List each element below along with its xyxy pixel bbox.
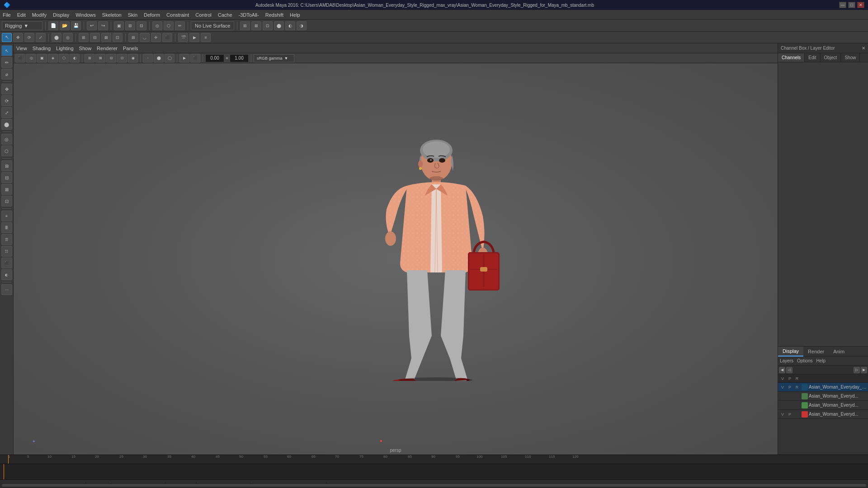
tab-channels[interactable]: Channels bbox=[778, 53, 805, 62]
menu-modify[interactable]: Modify bbox=[32, 12, 47, 18]
undo-button[interactable]: ↩ bbox=[87, 21, 97, 30]
rig-tool-3[interactable]: ⊠ bbox=[101, 33, 111, 42]
layer-p-0[interactable]: P bbox=[786, 385, 793, 389]
save-file-button[interactable]: 💾 bbox=[71, 21, 81, 30]
tool-h[interactable]: ☷ bbox=[1, 246, 12, 257]
layer-prev-button[interactable]: ◀ bbox=[779, 367, 785, 373]
menu-display[interactable]: Display bbox=[53, 12, 69, 18]
layer-tab-anim[interactable]: Anim bbox=[829, 347, 849, 357]
layer-scrollbar[interactable] bbox=[0, 483, 868, 488]
vp-shading-2[interactable]: ⊠ bbox=[95, 54, 105, 63]
menu-deform[interactable]: Deform bbox=[144, 12, 160, 18]
vp-lighting-3[interactable]: ◯ bbox=[165, 54, 175, 63]
snap-grid-button[interactable]: ⊞ bbox=[128, 33, 138, 42]
tool-c[interactable]: ⊠ bbox=[1, 184, 12, 195]
vp-render-1[interactable]: ▶ bbox=[179, 54, 189, 63]
menu-control[interactable]: Control bbox=[195, 12, 211, 18]
layer-v-3[interactable]: V bbox=[779, 412, 786, 417]
tool-f[interactable]: ≣ bbox=[1, 222, 12, 233]
layer-row-2[interactable]: Asian_Woman_Everyd... bbox=[778, 401, 868, 410]
close-button[interactable]: ✕ bbox=[857, 2, 864, 8]
gamma-dropdown[interactable]: sRGB gamma ▼ bbox=[254, 54, 294, 62]
selection-tool[interactable]: ↖ bbox=[1, 45, 12, 56]
scale-tool-button[interactable]: ⤢ bbox=[36, 33, 46, 42]
tool-btn-4[interactable]: ⬤ bbox=[274, 21, 284, 30]
snap-point-button[interactable]: ✛ bbox=[151, 33, 161, 42]
vp-icon-6[interactable]: ◐ bbox=[70, 54, 80, 63]
move-tool-button[interactable]: ✥ bbox=[13, 33, 23, 42]
paint-select-button[interactable]: ✏ bbox=[175, 21, 185, 30]
viewport-menu-panels[interactable]: Panels bbox=[123, 46, 138, 51]
layer-v-0[interactable]: V bbox=[779, 385, 786, 389]
hierarchy-button[interactable]: ⊞ bbox=[125, 21, 135, 30]
menu-help[interactable]: Help bbox=[290, 12, 300, 18]
menu-redshift[interactable]: Redshift bbox=[265, 12, 283, 18]
vp-render-2[interactable]: ⬛ bbox=[190, 54, 200, 63]
tool-k[interactable]: ⋯ bbox=[1, 284, 12, 295]
maximize-button[interactable]: □ bbox=[848, 2, 855, 8]
exposure-input[interactable] bbox=[205, 54, 224, 62]
tool-btn-1[interactable]: ⊞ bbox=[240, 21, 250, 30]
tab-object[interactable]: Object bbox=[821, 53, 841, 62]
vp-lighting-1[interactable]: ◦ bbox=[143, 54, 153, 63]
move-tool[interactable]: ✥ bbox=[1, 84, 12, 94]
vp-icon-1[interactable]: ⬛ bbox=[15, 54, 25, 63]
close-panel-icon[interactable]: ✕ bbox=[862, 46, 865, 51]
layer-row-0[interactable]: V P R Asian_Woman_Everyday_Sty... bbox=[778, 383, 868, 392]
vp-icon-4[interactable]: ◈ bbox=[48, 54, 58, 63]
snap-curve-button[interactable]: ◡ bbox=[140, 33, 150, 42]
rig-tool-2[interactable]: ⊟ bbox=[90, 33, 100, 42]
rig-tool-1[interactable]: ⊞ bbox=[79, 33, 89, 42]
viewport-menu-lighting[interactable]: Lighting bbox=[56, 46, 74, 51]
menu-skeleton[interactable]: Skeleton bbox=[102, 12, 122, 18]
lasso-select-button[interactable]: ⬡ bbox=[164, 21, 174, 30]
scale-tool[interactable]: ⤢ bbox=[1, 107, 12, 118]
layer-p-3[interactable]: P bbox=[786, 412, 793, 417]
sub-tab-help[interactable]: Help bbox=[816, 358, 826, 363]
tool-d[interactable]: ⊡ bbox=[1, 196, 12, 206]
rotate-tool[interactable]: ⟳ bbox=[1, 95, 12, 106]
tool-g[interactable]: ☰ bbox=[1, 234, 12, 245]
vp-shading-1[interactable]: ⊞ bbox=[85, 54, 94, 63]
viewport-canvas[interactable]: persp + bbox=[14, 63, 778, 455]
deform-tool[interactable]: ⬡ bbox=[1, 145, 12, 156]
menu-skin[interactable]: Skin bbox=[128, 12, 137, 18]
vp-icon-2[interactable]: ◎ bbox=[26, 54, 36, 63]
menu-edit[interactable]: Edit bbox=[17, 12, 26, 18]
viewport-menu-show[interactable]: Show bbox=[79, 46, 92, 51]
vp-shading-4[interactable]: ⊡ bbox=[117, 54, 127, 63]
layer-prev2-button[interactable]: ◁ bbox=[786, 367, 793, 373]
viewport-menu-renderer[interactable]: Renderer bbox=[97, 46, 118, 51]
rig-tool-4[interactable]: ⊡ bbox=[113, 33, 123, 42]
snap-button[interactable]: ⊟ bbox=[137, 21, 146, 30]
select-all-button[interactable]: ◎ bbox=[152, 21, 162, 30]
brush-tool[interactable]: ⌀ bbox=[1, 69, 12, 80]
playblast-button[interactable]: ▶ bbox=[189, 33, 199, 42]
snap-view-button[interactable]: ⬛ bbox=[162, 33, 172, 42]
sub-tab-options[interactable]: Options bbox=[797, 358, 812, 363]
tab-show[interactable]: Show bbox=[841, 53, 860, 62]
viewport-menu-view[interactable]: View bbox=[16, 46, 27, 51]
layer-r-0[interactable]: R bbox=[793, 385, 801, 389]
layer-row-1[interactable]: Asian_Woman_Everyd... bbox=[778, 392, 868, 401]
vp-shading-3[interactable]: ⊟ bbox=[106, 54, 116, 63]
menu-3dtoall[interactable]: -3DToAll- bbox=[239, 12, 259, 18]
render-settings-button[interactable]: 🎬 bbox=[178, 33, 188, 42]
layer-tab-display[interactable]: Display bbox=[778, 347, 803, 357]
viewport[interactable]: View Shading Lighting Show Renderer Pane… bbox=[14, 43, 778, 455]
timeline-ruler[interactable]: 1 5 10 15 20 25 30 35 40 45 50 55 60 65 … bbox=[0, 455, 868, 464]
layer-row-3[interactable]: V P Asian_Woman_Everyd... bbox=[778, 410, 868, 419]
menu-constraint[interactable]: Constraint bbox=[166, 12, 189, 18]
tool-a[interactable]: ⊞ bbox=[1, 160, 12, 171]
menu-cache[interactable]: Cache bbox=[218, 12, 232, 18]
sub-tab-layers[interactable]: Layers bbox=[780, 358, 793, 363]
layer-next-button[interactable]: ▶ bbox=[861, 367, 867, 373]
tool-b[interactable]: ⊟ bbox=[1, 172, 12, 183]
select-tool-button[interactable]: ↖ bbox=[2, 33, 12, 42]
mode-dropdown[interactable]: Rigging ▼ bbox=[2, 21, 42, 30]
layer-next2-button[interactable]: ▷ bbox=[854, 367, 860, 373]
rotate-tool-button[interactable]: ⟳ bbox=[24, 33, 34, 42]
layer-tab-render[interactable]: Render bbox=[803, 347, 829, 357]
tool-btn-3[interactable]: ⊡ bbox=[263, 21, 273, 30]
new-file-button[interactable]: 📄 bbox=[48, 21, 58, 30]
